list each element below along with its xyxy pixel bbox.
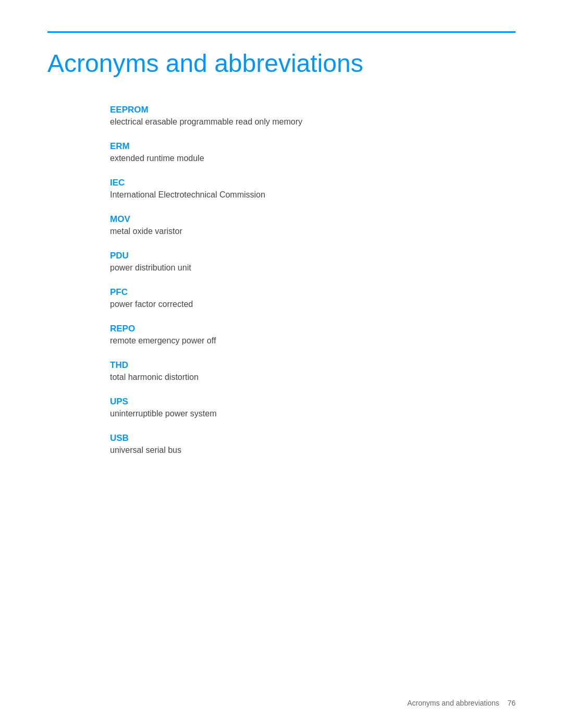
top-rule: [47, 31, 516, 33]
acronym-term: THD: [110, 360, 516, 371]
page-container: Acronyms and abbreviations EEPROMelectri…: [0, 0, 563, 728]
acronym-term: PDU: [110, 251, 516, 261]
acronym-term: IEC: [110, 178, 516, 188]
acronym-term: MOV: [110, 214, 516, 225]
page-title: Acronyms and abbreviations: [47, 48, 516, 79]
acronym-definition: remote emergency power off: [110, 336, 516, 346]
footer: Acronyms and abbreviations 76: [407, 699, 516, 707]
acronym-entry: ERMextended runtime module: [110, 141, 516, 163]
acronym-definition: universal serial bus: [110, 446, 516, 455]
acronym-definition: power distribution unit: [110, 263, 516, 273]
acronym-definition: extended runtime module: [110, 154, 516, 163]
acronym-list: EEPROMelectrical erasable programmable r…: [110, 105, 516, 455]
acronym-entry: REPOremote emergency power off: [110, 324, 516, 346]
acronym-term: UPS: [110, 397, 516, 407]
acronym-entry: EEPROMelectrical erasable programmable r…: [110, 105, 516, 127]
acronym-entry: PFCpower factor corrected: [110, 287, 516, 309]
acronym-definition: power factor corrected: [110, 300, 516, 309]
acronym-definition: electrical erasable programmable read on…: [110, 117, 516, 127]
acronym-entry: IECInternational Electrotechnical Commis…: [110, 178, 516, 200]
acronym-entry: MOVmetal oxide varistor: [110, 214, 516, 236]
acronym-entry: PDUpower distribution unit: [110, 251, 516, 273]
acronym-definition: uninterruptible power system: [110, 409, 516, 418]
footer-text: Acronyms and abbreviations: [407, 699, 499, 707]
acronym-entry: USBuniversal serial bus: [110, 433, 516, 455]
acronym-definition: International Electrotechnical Commissio…: [110, 190, 516, 200]
acronym-term: EEPROM: [110, 105, 516, 115]
acronym-term: PFC: [110, 287, 516, 298]
acronym-entry: THDtotal harmonic distortion: [110, 360, 516, 382]
acronym-term: ERM: [110, 141, 516, 152]
acronym-term: USB: [110, 433, 516, 443]
footer-page-number: 76: [507, 699, 516, 707]
acronym-definition: metal oxide varistor: [110, 227, 516, 236]
acronym-definition: total harmonic distortion: [110, 373, 516, 382]
acronym-term: REPO: [110, 324, 516, 334]
acronym-entry: UPSuninterruptible power system: [110, 397, 516, 418]
